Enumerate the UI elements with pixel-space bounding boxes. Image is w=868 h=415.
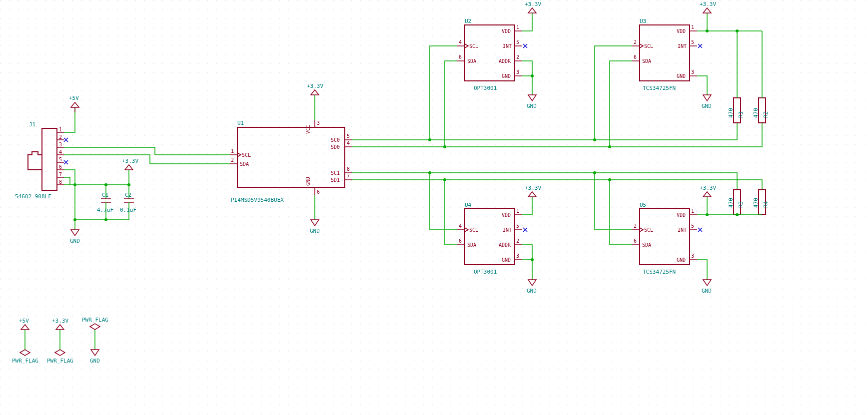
svg-text:6: 6	[317, 189, 320, 195]
svg-text:470: 470	[728, 198, 734, 208]
svg-text:5: 5	[691, 39, 694, 45]
svg-text:GND: GND	[502, 257, 511, 263]
svg-text:TCS34725FN: TCS34725FN	[643, 269, 676, 275]
svg-text:6: 6	[59, 164, 62, 170]
svg-text:+3.3V: +3.3V	[122, 158, 138, 164]
svg-text:1: 1	[59, 127, 62, 132]
svg-text:PWR_FLAG: PWR_FLAG	[12, 358, 38, 364]
svg-point-171	[428, 138, 431, 141]
svg-text:VDD: VDD	[502, 28, 511, 34]
svg-text:C1: C1	[102, 192, 108, 198]
svg-point-184	[736, 29, 739, 32]
svg-text:4: 4	[347, 140, 350, 146]
svg-text:470: 470	[728, 108, 734, 118]
svg-text:2: 2	[59, 134, 62, 140]
svg-text:+3.3V: +3.3V	[52, 318, 68, 324]
svg-text:SD1: SD1	[331, 177, 340, 183]
svg-text:SCL: SCL	[644, 227, 653, 233]
svg-text:SDA: SDA	[467, 58, 476, 64]
svg-point-39	[104, 183, 107, 186]
svg-text:U5: U5	[640, 202, 646, 208]
svg-text:4: 4	[459, 223, 462, 229]
svg-text:+5V: +5V	[19, 318, 29, 324]
svg-text:6: 6	[459, 238, 462, 244]
svg-text:4.7uF: 4.7uF	[97, 207, 113, 213]
svg-text:SC1: SC1	[331, 170, 340, 176]
svg-text:+3.3V: +3.3V	[700, 185, 716, 191]
svg-text:SDA: SDA	[642, 242, 651, 248]
j1-ref: J1	[29, 121, 35, 128]
svg-text:TCS34725FN: TCS34725FN	[643, 85, 676, 91]
svg-point-43	[104, 218, 107, 221]
svg-text:8: 8	[347, 166, 350, 172]
svg-text:3: 3	[516, 253, 519, 259]
svg-text:+3.3V: +3.3V	[307, 83, 323, 89]
svg-text:GND: GND	[90, 358, 100, 364]
svg-text:2: 2	[634, 223, 637, 229]
svg-text:7: 7	[347, 173, 350, 179]
svg-point-187	[428, 171, 431, 174]
svg-text:VDD: VDD	[677, 28, 686, 34]
svg-text:GND: GND	[502, 73, 511, 79]
svg-text:INT: INT	[503, 227, 512, 233]
svg-text:U1: U1	[237, 120, 244, 126]
svg-text:7: 7	[59, 172, 62, 177]
svg-text:VDD: VDD	[677, 212, 686, 218]
svg-text:6: 6	[634, 238, 637, 244]
svg-text:SCL: SCL	[469, 227, 478, 233]
svg-text:2: 2	[516, 238, 519, 244]
svg-text:2: 2	[516, 54, 519, 60]
svg-text:+3.3V: +3.3V	[525, 185, 541, 191]
svg-text:0.1uF: 0.1uF	[120, 207, 136, 213]
svg-text:U3: U3	[640, 18, 646, 24]
svg-text:+5V: +5V	[69, 95, 79, 101]
svg-text:C2: C2	[125, 192, 131, 198]
svg-point-198	[736, 213, 739, 216]
svg-text:ADDR: ADDR	[499, 242, 511, 248]
svg-text:INT: INT	[503, 43, 512, 49]
svg-text:+3.3V: +3.3V	[525, 1, 541, 7]
svg-text:4: 4	[459, 39, 462, 45]
svg-text:SCL: SCL	[242, 152, 251, 158]
svg-text:R4: R4	[763, 201, 769, 208]
svg-text:3: 3	[59, 142, 62, 147]
svg-text:SDA: SDA	[240, 161, 249, 167]
svg-text:GND: GND	[527, 288, 537, 294]
svg-text:OPT3001: OPT3001	[474, 85, 497, 91]
svg-text:R2: R2	[763, 111, 769, 118]
svg-text:2: 2	[634, 39, 637, 45]
svg-text:5: 5	[516, 39, 519, 45]
svg-text:SC0: SC0	[331, 137, 340, 143]
svg-text:SDA: SDA	[467, 242, 476, 248]
j1-value: 54602-908LF	[15, 193, 51, 200]
svg-text:SD0: SD0	[331, 144, 340, 150]
svg-text:3: 3	[691, 69, 694, 75]
svg-text:4: 4	[59, 149, 62, 155]
svg-text:3: 3	[516, 69, 519, 75]
svg-text:6: 6	[634, 54, 637, 60]
svg-text:470: 470	[753, 198, 759, 208]
svg-text:1: 1	[691, 208, 694, 214]
svg-text:6: 6	[459, 54, 462, 60]
svg-point-99	[531, 74, 534, 77]
svg-point-173	[443, 145, 446, 148]
svg-text:2: 2	[231, 157, 234, 163]
svg-text:PWR_FLAG: PWR_FLAG	[47, 358, 73, 364]
svg-text:GND: GND	[677, 257, 686, 263]
svg-text:3: 3	[317, 120, 320, 126]
svg-text:R1: R1	[738, 111, 744, 118]
svg-text:SCL: SCL	[644, 43, 653, 49]
svg-text:SDA: SDA	[642, 58, 651, 64]
svg-text:R3: R3	[738, 201, 744, 208]
svg-text:VDD: VDD	[502, 212, 511, 218]
svg-point-147	[531, 258, 534, 261]
svg-text:+3.3V: +3.3V	[700, 1, 716, 7]
svg-text:U4: U4	[465, 202, 472, 208]
svg-text:PWR_FLAG: PWR_FLAG	[82, 317, 108, 323]
svg-point-199	[706, 213, 709, 216]
svg-text:5: 5	[516, 223, 519, 229]
svg-text:ADDR: ADDR	[499, 58, 511, 64]
svg-text:8: 8	[59, 179, 62, 185]
svg-text:GND: GND	[702, 288, 712, 294]
svg-text:VCC: VCC	[305, 125, 311, 134]
